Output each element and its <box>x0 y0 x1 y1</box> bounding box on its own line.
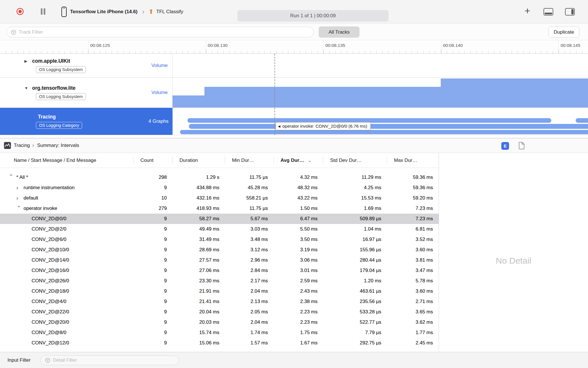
track-filter-field[interactable] <box>6 27 314 37</box>
table-row[interactable]: CONV_2D@10/0928.69 ms3.12 ms3.19 ms155.9… <box>0 245 439 255</box>
ruler-tick <box>359 51 359 53</box>
ruler-tick <box>558 50 559 53</box>
right-pane-toggle-icon[interactable] <box>565 8 575 16</box>
row-value-cell: 9 <box>134 338 173 348</box>
device-selector[interactable]: Tensorflow Lite iPhone (14.6) <box>61 6 138 17</box>
disclosure-triangle-icon[interactable]: ▶ <box>24 59 32 63</box>
toolbar-left-group: Tensorflow Lite iPhone (14.6) › ⬆ TFL Cl… <box>16 0 183 24</box>
track-row-tracing[interactable]: Tracing OS Logging Category 4 Graphs <box>0 108 588 135</box>
extended-detail-button[interactable]: E <box>501 142 509 150</box>
column-header-name-start-message-end-message[interactable]: Name / Start Message / End Message <box>0 153 134 168</box>
table-row[interactable]: CONV_2D@18/0921.91 ms2.04 ms2.43 ms463.6… <box>0 286 439 296</box>
pause-button[interactable] <box>40 8 46 16</box>
table-row[interactable]: CONV_2D@12/0915.06 ms1.57 ms1.67 ms292.7… <box>0 338 439 348</box>
table-row[interactable]: ›* All *2981.29 s11.75 µs4.32 ms11.29 ms… <box>0 172 439 183</box>
column-header-count[interactable]: Count <box>134 153 173 168</box>
ruler-tick <box>347 51 347 53</box>
bottom-filter-bar: Input Filter <box>0 352 588 368</box>
row-value-cell: 9 <box>134 245 173 255</box>
table-row[interactable]: ›operator invoke279418.93 ms11.75 µs1.50… <box>0 203 439 214</box>
table-row[interactable]: CONV_2D@6/0931.49 ms3.48 ms3.50 ms16.97 … <box>0 234 439 245</box>
table-row[interactable]: ›default10432.16 ms558.21 µs43.22 ms15.5… <box>0 193 439 203</box>
track-row-uikit[interactable]: ▶ com.apple.UIKit OS Logging Subsystem V… <box>0 54 588 78</box>
table-row[interactable]: CONV_2D@2/0949.49 ms3.03 ms5.50 ms1.04 m… <box>0 224 439 234</box>
breadcrumb-page[interactable]: Summary: Intervals <box>37 143 79 148</box>
row-value-cell: 2.43 ms <box>274 286 323 296</box>
detail-filter-input[interactable] <box>53 357 175 363</box>
ruler-tick <box>47 51 47 53</box>
track-row-tensorflow[interactable]: ▼ org.tensorflow.lite OS Logging Subsyst… <box>0 78 588 108</box>
row-value-cell: 1.20 ms <box>323 276 387 286</box>
row-value-cell: 9 <box>134 255 173 265</box>
ruler-tick <box>270 51 271 53</box>
track-canvas-volume[interactable] <box>173 78 588 108</box>
disclosure-chevron[interactable]: › <box>16 185 24 191</box>
all-tracks-button[interactable]: All Tracks <box>319 26 359 38</box>
add-instrument-button[interactable]: + <box>525 5 530 16</box>
table-row[interactable]: CONV_2D@22/0920.04 ms2.05 ms2.23 ms533.2… <box>0 307 439 317</box>
row-value-cell: 1.67 ms <box>274 338 323 348</box>
duplicate-button[interactable]: Duplicate <box>548 26 579 38</box>
table-row[interactable]: CONV_2D@8/0915.74 ms1.74 ms1.75 ms7.79 µ… <box>0 327 439 338</box>
disclosure-chevron[interactable]: › <box>16 206 22 213</box>
column-header-avg-dur[interactable]: Avg Dur…⌄ <box>274 153 323 168</box>
ruler-tick <box>218 51 218 53</box>
table-row[interactable]: CONV_2D@14/0927.57 ms2.96 ms3.06 ms280.4… <box>0 255 439 265</box>
ruler-tick <box>564 51 565 53</box>
filter-bar: All Tracks Duplicate <box>0 24 588 40</box>
breadcrumb-root[interactable]: Tracing <box>14 143 30 148</box>
ruler-tick <box>341 51 341 53</box>
column-header-std-dev-dur[interactable]: Std Dev Dur… <box>323 153 387 168</box>
row-value-cell: 9 <box>134 183 173 193</box>
tracing-instrument-icon <box>4 142 11 149</box>
ruler-tick <box>429 51 430 53</box>
document-icon[interactable] <box>519 142 525 150</box>
track-filter-input[interactable] <box>19 29 310 35</box>
bottom-pane-toggle-icon[interactable] <box>543 8 553 16</box>
ruler-tick <box>94 51 94 53</box>
target-selector[interactable]: ⬆ TFL Classify <box>148 9 183 15</box>
ruler-tick <box>88 50 88 53</box>
table-row[interactable]: CONV_2D@4/0921.41 ms2.13 ms2.38 ms235.56… <box>0 296 439 307</box>
column-header-max-dur[interactable]: Max Dur… <box>387 153 439 168</box>
interval-bar[interactable] <box>180 130 588 134</box>
disclosure-chevron[interactable]: › <box>16 195 24 201</box>
interval-bar[interactable] <box>189 124 588 129</box>
row-value-cell: 49.49 ms <box>173 224 225 234</box>
ruler-tick <box>65 51 65 53</box>
column-header-min-dur[interactable]: Min Dur… <box>225 153 274 168</box>
ruler-tick <box>406 51 406 53</box>
interval-bar[interactable] <box>576 118 588 123</box>
row-value-cell: 1.75 ms <box>274 327 323 338</box>
playhead-line[interactable] <box>274 54 275 135</box>
row-value-cell: 2.17 ms <box>225 276 274 286</box>
ruler-tick <box>247 51 247 53</box>
row-value-cell: 45.28 ms <box>225 183 274 193</box>
disclosure-triangle-icon[interactable]: ▼ <box>24 86 32 90</box>
row-value-cell: 15.53 ms <box>323 193 387 203</box>
disclosure-chevron[interactable]: › <box>8 174 15 182</box>
row-value-cell: 1.77 ms <box>387 327 439 338</box>
table-row[interactable]: CONV_2D@20/0920.03 ms2.04 ms2.23 ms522.7… <box>0 317 439 327</box>
row-value-cell: 179.04 µs <box>323 265 387 276</box>
row-value-cell: 463.61 µs <box>323 286 387 296</box>
table-row[interactable]: ›runtime instrumentation9434.88 ms45.28 … <box>0 183 439 193</box>
track-meta-label: 4 Graphs <box>148 118 169 124</box>
row-name: CONV_2D@0/0 <box>32 216 66 222</box>
table-row[interactable]: CONV_2D@16/0927.06 ms2.84 ms3.01 ms179.0… <box>0 265 439 276</box>
table-row[interactable]: CONV_2D@0/0958.27 ms5.67 ms6.47 ms509.89… <box>0 214 439 224</box>
record-button[interactable] <box>16 7 24 16</box>
ruler-tick <box>376 51 377 53</box>
ruler-tick <box>459 51 459 53</box>
column-header-duration[interactable]: Duration <box>173 153 225 168</box>
row-name: CONV_2D@10/0 <box>32 247 69 253</box>
track-canvas-uikit[interactable] <box>173 54 588 77</box>
track-canvas-tracing[interactable] <box>173 108 588 135</box>
ruler-tick <box>447 51 447 53</box>
row-value-cell: 509.89 µs <box>323 214 387 224</box>
ruler-tick <box>382 51 382 53</box>
timeline-ruler[interactable]: 00:08.12500:08.13000:08.13500:08.14000:0… <box>0 40 588 54</box>
table-row[interactable]: CONV_2D@26/0923.30 ms2.17 ms2.59 ms1.20 … <box>0 276 439 286</box>
row-name: CONV_2D@16/0 <box>32 268 69 273</box>
detail-filter-field[interactable] <box>40 355 179 365</box>
